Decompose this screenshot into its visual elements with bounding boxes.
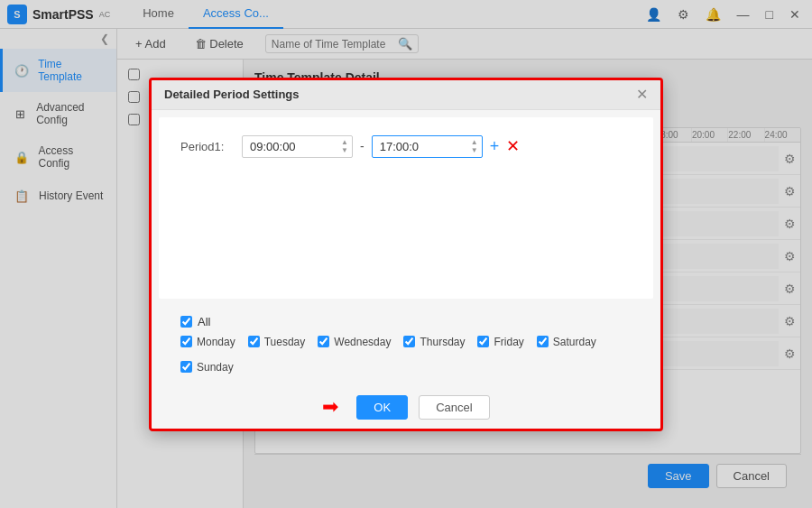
day-check-friday: Friday — [477, 336, 523, 348]
modal-overlay: Detailed Period Settings ✕ Period1: ▲ ▼ … — [0, 0, 812, 508]
thursday-label: Thursday — [420, 336, 465, 348]
day-check-thursday: Thursday — [403, 336, 465, 348]
wednesday-label: Wednesday — [334, 336, 391, 348]
tuesday-checkbox[interactable] — [248, 336, 260, 347]
day-check-saturday: Saturday — [537, 336, 596, 348]
saturday-checkbox[interactable] — [537, 336, 549, 347]
day-check-tuesday: Tuesday — [248, 336, 306, 348]
end-time-down-icon[interactable]: ▼ — [471, 147, 478, 154]
start-time-input[interactable] — [250, 140, 327, 153]
day-check-wednesday: Wednesday — [318, 336, 391, 348]
days-row: Monday Tuesday Wednesday Thursday Friday — [180, 336, 632, 374]
day-check-monday: Monday — [180, 336, 235, 348]
modal-header: Detailed Period Settings ✕ — [152, 80, 660, 110]
period-label: Period1: — [180, 140, 235, 153]
all-checkbox[interactable] — [180, 316, 192, 328]
wednesday-checkbox[interactable] — [318, 336, 329, 347]
start-time-up-icon[interactable]: ▲ — [341, 139, 348, 146]
all-label: All — [198, 315, 210, 328]
thursday-checkbox[interactable] — [403, 336, 415, 347]
modal-body: Period1: ▲ ▼ - ▲ ▼ + ✕ — [159, 117, 653, 299]
modal-close-button[interactable]: ✕ — [636, 88, 648, 102]
all-row: All — [180, 315, 632, 328]
day-check-sunday: Sunday — [180, 361, 234, 374]
modal-ok-button[interactable]: OK — [356, 395, 408, 420]
monday-label: Monday — [197, 336, 235, 348]
arrow-icon: ➡ — [322, 395, 338, 419]
tuesday-label: Tuesday — [264, 336, 306, 348]
sunday-label: Sunday — [197, 361, 234, 374]
modal-title: Detailed Period Settings — [164, 88, 300, 101]
friday-label: Friday — [494, 336, 523, 348]
end-time-input[interactable] — [380, 140, 457, 153]
remove-period-button[interactable]: ✕ — [506, 136, 520, 156]
modal-checkboxes: All Monday Tuesday Wednesday Thursday — [159, 306, 653, 386]
end-time-up-icon[interactable]: ▲ — [471, 139, 478, 146]
detailed-period-modal: Detailed Period Settings ✕ Period1: ▲ ▼ … — [149, 78, 663, 431]
empty-period-area — [180, 172, 632, 281]
modal-cancel-button[interactable]: Cancel — [419, 395, 489, 420]
monday-checkbox[interactable] — [180, 336, 192, 347]
modal-footer: ➡ OK Cancel — [152, 386, 660, 429]
time-separator: - — [360, 139, 364, 153]
saturday-label: Saturday — [553, 336, 596, 348]
add-period-button[interactable]: + — [490, 137, 500, 156]
sunday-checkbox[interactable] — [180, 361, 192, 373]
friday-checkbox[interactable] — [477, 336, 489, 347]
period-row: Period1: ▲ ▼ - ▲ ▼ + ✕ — [180, 135, 632, 158]
start-time-down-icon[interactable]: ▼ — [341, 147, 348, 154]
